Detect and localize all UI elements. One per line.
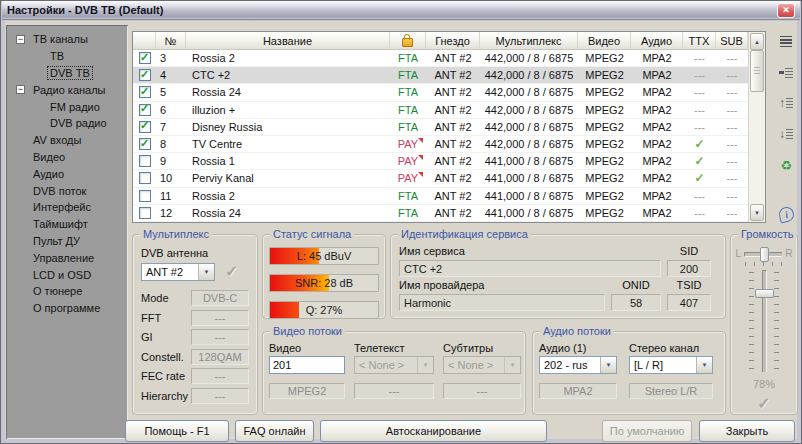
volume-slider[interactable]	[747, 270, 781, 372]
tree-item[interactable]: LCD и OSD	[6, 266, 128, 283]
column-header-ttx[interactable]: TTX	[683, 32, 716, 49]
channel-video-codec: MPEG2	[578, 153, 631, 169]
close-button[interactable]: ✕	[777, 3, 795, 18]
channel-row[interactable]: ✓ 5 Rossia 24 FTA ANT #2 442,000 / 8 / 6…	[133, 84, 748, 101]
tree-item[interactable]: −ТВ каналы	[6, 31, 128, 48]
move-channel-down-button[interactable]: ↓	[773, 124, 799, 144]
tree-item[interactable]: DVB ТВ	[6, 65, 128, 82]
channel-audio-codec: MPA2	[631, 170, 683, 186]
faq-button[interactable]: FAQ онлайн	[235, 420, 314, 442]
tree-item[interactable]: О тюнере	[6, 283, 128, 300]
column-header-number[interactable]: №	[156, 32, 186, 49]
teletext-check-icon: ✓	[694, 171, 704, 185]
move-channel-up-button[interactable]: ↑	[773, 93, 799, 113]
access-type-label: FTA	[398, 52, 418, 64]
channel-row[interactable]: ✓ 3 Rossia 2 FTA ANT #2 442,000 / 8 / 68…	[133, 50, 748, 67]
column-header-socket[interactable]: Гнездо	[426, 32, 480, 49]
dropdown-icon[interactable]: ▼	[198, 264, 214, 280]
channel-video-codec: MPEG2	[578, 50, 631, 66]
channel-sub: ---	[716, 67, 748, 83]
service-name-label: Имя сервиса	[399, 245, 605, 258]
channel-enabled-checkbox[interactable]: ✓	[139, 86, 151, 98]
channel-enabled-checkbox[interactable]	[139, 155, 151, 167]
scroll-thumb[interactable]	[750, 50, 764, 92]
title-bar[interactable]: Настройки - DVB ТВ (Default) ✕	[2, 1, 800, 20]
column-header-access[interactable]	[390, 32, 426, 49]
tree-item[interactable]: Интерфейс	[6, 199, 128, 216]
channel-ttx: ---	[683, 102, 716, 118]
volume-thumb[interactable]	[755, 289, 774, 298]
dropdown-icon: ▼	[417, 357, 433, 373]
channel-row[interactable]: ✓ 6 illuzion + FTA ANT #2 442,000 / 8 / …	[133, 102, 748, 119]
signal-snr-bar: SNR: 28 dB	[269, 274, 379, 292]
channel-enabled-checkbox[interactable]: ✓	[139, 138, 151, 150]
channel-enabled-checkbox[interactable]: ✓	[139, 121, 151, 133]
tree-item[interactable]: ТВ	[6, 48, 128, 65]
channel-row[interactable]: ✓ 4 CTC +2 FTA ANT #2 442,000 / 8 / 6875…	[133, 67, 748, 84]
audio-track-select[interactable]: 202 - rus ▼	[539, 356, 617, 374]
info-icon: i	[777, 205, 795, 223]
column-header-name[interactable]: Название	[186, 32, 390, 49]
stereo-mode-select[interactable]: [L / R] ▼	[629, 356, 713, 374]
column-header-video[interactable]: Видео	[578, 32, 631, 49]
channel-video-codec: MPEG2	[578, 102, 631, 118]
volume-apply-button[interactable]: ✓	[757, 394, 770, 413]
tree-item-label: ТВ	[47, 49, 67, 63]
channel-enabled-checkbox[interactable]	[139, 190, 151, 202]
channel-access: FTA	[390, 50, 426, 66]
tree-item[interactable]: AV входы	[6, 132, 128, 149]
channel-row[interactable]: ✓ 8 TV Centre PAY ANT #2 442,000 / 8 / 6…	[133, 136, 748, 153]
channel-enabled-checkbox[interactable]: ✓	[139, 104, 151, 116]
dropdown-icon[interactable]: ▼	[696, 357, 712, 373]
tree-item[interactable]: Таймшифт	[6, 216, 128, 233]
select-channels-button[interactable]	[773, 31, 799, 51]
channel-row[interactable]: ✓ 7 Disney Russia FTA ANT #2 442,000 / 8…	[133, 119, 748, 136]
channel-multiplex: 441,000 / 8 / 6875	[480, 170, 578, 186]
channel-enabled-checkbox[interactable]: ✓	[139, 52, 151, 64]
video-pid-input[interactable]	[269, 356, 345, 374]
tree-item[interactable]: Управление	[6, 249, 128, 266]
channel-row[interactable]: 11 Rossia 2 FTA ANT #2 441,000 / 8 / 687…	[133, 188, 748, 205]
antenna-apply-button[interactable]: ✓	[225, 262, 238, 281]
close-dialog-button[interactable]: Закрыть	[699, 420, 795, 442]
refresh-channels-button[interactable]: ♻	[773, 155, 799, 175]
tree-item[interactable]: Пульт ДУ	[6, 233, 128, 250]
autoscan-button[interactable]: Автосканирование	[320, 420, 547, 442]
dropdown-icon[interactable]: ▼	[600, 357, 616, 373]
tree-item[interactable]: Видео	[6, 149, 128, 166]
tree-item[interactable]: DVB поток	[6, 182, 128, 199]
balance-slider[interactable]	[744, 247, 782, 260]
tree-item[interactable]: DVB радио	[6, 115, 128, 132]
renumber-channels-button[interactable]	[773, 62, 799, 82]
channel-video-codec: MPEG2	[578, 136, 631, 152]
channel-enabled-checkbox[interactable]	[139, 172, 151, 184]
scroll-up-button[interactable]: ▲	[750, 33, 764, 50]
tree-item[interactable]: FM радио	[6, 98, 128, 115]
tree-item[interactable]: −Радио каналы	[6, 81, 128, 98]
column-header-multiplex[interactable]: Мультиплекс	[480, 32, 578, 49]
channel-access: FTA	[390, 84, 426, 100]
audio-streams-group: Аудио потоки Аудио (1) Стерео канал 202 …	[532, 331, 726, 415]
channel-info-button[interactable]: i	[773, 204, 799, 224]
column-header-audio[interactable]: Аудио	[631, 32, 683, 49]
channel-row[interactable]: 10 Perviy Kanal PAY ANT #2 441,000 / 8 /…	[133, 170, 748, 187]
balance-thumb[interactable]	[760, 247, 769, 262]
channel-row[interactable]: 12 Rossia 24 FTA ANT #2 441,000 / 8 / 68…	[133, 205, 748, 222]
tree-collapse-icon[interactable]: −	[16, 85, 25, 94]
tree-item[interactable]: О программе	[6, 300, 128, 317]
channel-enabled-checkbox[interactable]	[139, 207, 151, 219]
tree-collapse-icon[interactable]: −	[16, 35, 25, 44]
channel-multiplex: 442,000 / 8 / 6875	[480, 119, 578, 135]
constellation-label: Constell.	[141, 351, 184, 363]
gi-label: GI	[141, 331, 153, 343]
channel-enabled-checkbox[interactable]: ✓	[139, 69, 151, 81]
antenna-select[interactable]: ANT #2 ▼	[141, 263, 215, 281]
help-button[interactable]: Помощь - F1	[125, 420, 229, 442]
scroll-down-button[interactable]: ▼	[750, 204, 764, 221]
column-header-enabled[interactable]	[133, 32, 156, 49]
channel-row[interactable]: 9 Rossia 1 PAY ANT #2 441,000 / 8 / 6875…	[133, 153, 748, 170]
table-scrollbar[interactable]: ▲ ▼	[748, 32, 765, 222]
tree-item[interactable]: Аудио	[6, 165, 128, 182]
column-header-sub[interactable]: SUB	[716, 32, 748, 49]
channel-name: Rossia 24	[186, 205, 390, 221]
